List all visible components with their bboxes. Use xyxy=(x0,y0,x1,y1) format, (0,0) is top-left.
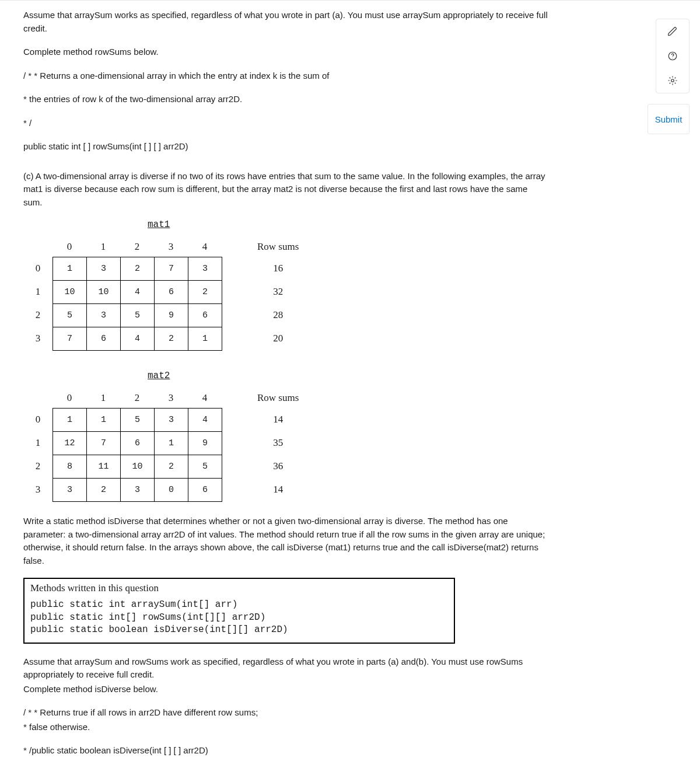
table-row: 13273 xyxy=(53,257,222,281)
table-row: 1010462 xyxy=(53,281,222,304)
matrix-cell: 3 xyxy=(155,409,188,432)
matrix-cell: 4 xyxy=(188,409,222,432)
methods-box: Methods written in this question public … xyxy=(23,578,455,644)
label-cell: 3 xyxy=(154,237,188,257)
table-row: 11534 xyxy=(53,409,222,432)
matrix-cell: 9 xyxy=(155,304,188,327)
label-cell: 16 xyxy=(257,257,299,280)
intro-p5: * / xyxy=(23,117,548,130)
matrix-cell: 6 xyxy=(155,281,188,304)
label-cell: 2 xyxy=(23,455,52,478)
intro-p6: public static int [ ] rowSums(int [ ] [ … xyxy=(23,140,548,153)
label-cell: 1 xyxy=(23,431,52,455)
label-cell: 4 xyxy=(188,237,222,257)
matrix-cell: 3 xyxy=(87,304,121,327)
label-cell: 1 xyxy=(86,237,120,257)
closing-p3: / * * Returns true if all rows in arr2D … xyxy=(23,706,548,720)
matrix-cell: 10 xyxy=(87,281,121,304)
matrix-cell: 6 xyxy=(121,432,155,455)
label-cell: 2 xyxy=(23,303,52,327)
svg-point-2 xyxy=(671,79,674,82)
closing-p4: * false otherwise. xyxy=(23,721,548,734)
label-cell: 20 xyxy=(257,327,299,350)
matrix-cell: 6 xyxy=(188,479,222,502)
pencil-icon xyxy=(667,26,678,37)
matrix-cell: 1 xyxy=(53,257,87,281)
matrix-cell: 6 xyxy=(188,304,222,327)
after-p1: Write a static method isDiverse that det… xyxy=(23,515,548,567)
side-toolbar xyxy=(656,19,690,93)
matrix-cell: 5 xyxy=(121,409,155,432)
question-content: Assume that arraySum works as specified,… xyxy=(23,1,548,757)
gear-icon xyxy=(667,75,678,86)
label-cell: 0 xyxy=(52,388,86,408)
matrix-cell: 2 xyxy=(188,281,222,304)
matrix-cell: 2 xyxy=(121,257,155,281)
label-cell: 1 xyxy=(23,280,52,303)
label-cell: 14 xyxy=(257,478,299,501)
mat1-sums: 16322820 xyxy=(257,257,299,350)
label-cell: 0 xyxy=(23,408,52,431)
matrix-cell: 0 xyxy=(155,479,188,502)
matrix-cell: 5 xyxy=(53,304,87,327)
matrix-cell: 2 xyxy=(87,479,121,502)
matrix-cell: 4 xyxy=(121,327,155,351)
matrix-cell: 8 xyxy=(53,455,87,479)
matrix-cell: 12 xyxy=(53,432,87,455)
table-row: 53596 xyxy=(53,304,222,327)
matrix-cell: 1 xyxy=(53,409,87,432)
mat1-block: mat1 0123 01234 1327310104625359676421 R… xyxy=(23,219,548,351)
matrix-cell: 5 xyxy=(121,304,155,327)
question-circle-icon xyxy=(667,51,678,61)
mat2-sums: 14353614 xyxy=(257,408,299,501)
matrix-cell: 5 xyxy=(188,455,222,479)
table-row: 76421 xyxy=(53,327,222,351)
mat1-col-headers: 01234 xyxy=(52,237,222,257)
methods-box-code: public static int arraySum(int[] arr) pu… xyxy=(30,599,448,637)
matrix-cell: 2 xyxy=(155,327,188,351)
matrix-cell: 4 xyxy=(121,281,155,304)
matrix-cell: 6 xyxy=(87,327,121,351)
matrix-cell: 3 xyxy=(121,479,155,502)
label-cell: 14 xyxy=(257,408,299,431)
matrix-cell: 7 xyxy=(155,257,188,281)
intro-p3: / * * Returns a one-dimensional array in… xyxy=(23,69,548,83)
matrix-cell: 3 xyxy=(53,479,87,502)
intro-p1: Assume that arraySum works as specified,… xyxy=(23,9,548,35)
mat2-table: 11534127619811102532306 xyxy=(52,408,222,502)
mat2-col-headers: 01234 xyxy=(52,388,222,408)
closing-p2: Complete method isDiverse below. xyxy=(23,683,548,696)
table-row: 32306 xyxy=(53,479,222,502)
intro-p2: Complete method rowSums below. xyxy=(23,46,548,59)
label-cell: 3 xyxy=(23,478,52,501)
mat2-title: mat2 xyxy=(148,371,548,381)
matrix-cell: 1 xyxy=(188,327,222,351)
label-cell: 36 xyxy=(257,455,299,478)
mat1-title: mat1 xyxy=(148,219,548,230)
methods-box-title: Methods written in this question xyxy=(30,582,448,594)
matrix-cell: 3 xyxy=(87,257,121,281)
mat1-row-labels: 0123 xyxy=(23,237,52,350)
help-button[interactable] xyxy=(656,44,689,68)
closing-p5: * /public static boolean isDiverse(int [… xyxy=(23,744,548,757)
matrix-cell: 3 xyxy=(188,257,222,281)
closing-p1: Assume that arraySum and rowSums work as… xyxy=(23,655,548,682)
matrix-cell: 11 xyxy=(87,455,121,479)
matrix-cell: 2 xyxy=(155,455,188,479)
label-cell: 1 xyxy=(86,388,120,408)
mat1-table: 1327310104625359676421 xyxy=(52,257,222,351)
label-cell: 3 xyxy=(23,327,52,350)
matrix-cell: 7 xyxy=(53,327,87,351)
matrix-cell: 10 xyxy=(121,455,155,479)
svg-point-1 xyxy=(672,58,673,58)
settings-button[interactable] xyxy=(656,68,689,93)
edit-button[interactable] xyxy=(656,19,689,44)
label-cell: 4 xyxy=(188,388,222,408)
submit-button[interactable]: Submit xyxy=(648,104,690,134)
matrix-cell: 1 xyxy=(155,432,188,455)
label-cell: 28 xyxy=(257,303,299,327)
mat2-block: mat2 0123 01234 11534127619811102532306 … xyxy=(23,371,548,502)
label-cell: 0 xyxy=(23,257,52,280)
table-row: 8111025 xyxy=(53,455,222,479)
matrix-cell: 10 xyxy=(53,281,87,304)
